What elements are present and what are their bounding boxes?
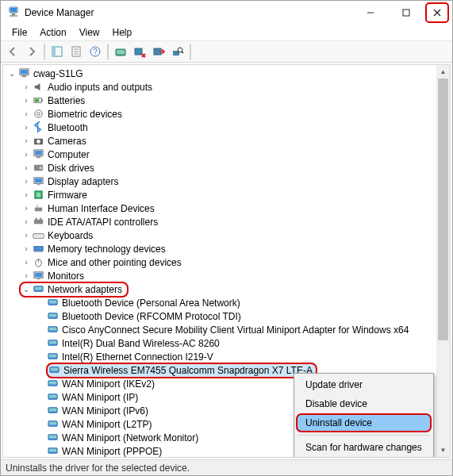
tree-device[interactable]: Bluetooth Device (Personal Area Network)	[6, 296, 450, 309]
tree-category-display[interactable]: ›Display adapters	[6, 175, 450, 188]
chevron-right-icon[interactable]: ›	[21, 271, 32, 280]
uninstall-device-button[interactable]	[150, 43, 167, 60]
update-driver-button[interactable]	[112, 43, 129, 60]
chevron-right-icon[interactable]: ›	[21, 177, 32, 186]
maximize-button[interactable]	[388, 1, 424, 25]
tree-device[interactable]: Bluetooth Device (RFCOMM Protocol TDI)	[6, 309, 450, 323]
svg-rect-42	[36, 193, 40, 198]
svg-rect-34	[34, 151, 41, 155]
svg-rect-61	[34, 273, 41, 278]
forward-button[interactable]	[23, 43, 40, 60]
show-hide-tree-button[interactable]	[48, 43, 66, 60]
tree-category-monitors[interactable]: ›Monitors	[6, 269, 450, 282]
svg-rect-5	[403, 10, 409, 16]
monitors-icon	[32, 270, 44, 282]
properties-button[interactable]	[67, 43, 85, 60]
ctx-disable-device[interactable]: Disable device	[296, 394, 432, 413]
chevron-right-icon[interactable]: ›	[21, 83, 32, 91]
close-button[interactable]	[425, 2, 449, 23]
computer-icon	[32, 148, 44, 161]
back-button[interactable]	[4, 43, 21, 60]
scan-hardware-button[interactable]	[169, 43, 186, 60]
svg-rect-49	[34, 236, 35, 236]
tree-device[interactable]: Intel(R) Ethernet Connection I219-V	[6, 350, 450, 363]
tree-node-label: Monitors	[48, 271, 84, 282]
tree-device[interactable]: Intel(R) Dual Band Wireless-AC 8260	[6, 336, 450, 350]
menu-view[interactable]: View	[73, 25, 106, 40]
menu-file[interactable]: File	[6, 25, 33, 40]
chevron-right-icon[interactable]: ›	[21, 258, 32, 267]
tree-category-cameras[interactable]: ›Cameras	[6, 134, 450, 148]
svg-rect-27	[41, 100, 43, 102]
tree-category-computer[interactable]: ›Computer	[6, 148, 450, 161]
help-button[interactable]: ?	[86, 43, 104, 60]
tree-category-biometric[interactable]: ›Biometric devices	[6, 107, 450, 121]
tree-node-label: WAN Miniport (Network Monitor)	[62, 432, 198, 443]
svg-rect-47	[40, 218, 41, 220]
tree-node-label: Human Interface Devices	[48, 203, 155, 214]
chevron-right-icon[interactable]: ›	[21, 96, 32, 105]
window-controls	[352, 1, 452, 25]
computer-icon	[17, 67, 30, 80]
app-icon	[7, 6, 20, 19]
status-bar: Uninstalls the driver for the selected d…	[1, 459, 452, 475]
chevron-right-icon[interactable]: ›	[21, 204, 32, 213]
tree-category-firmware[interactable]: ›Firmware	[6, 188, 450, 202]
svg-rect-76	[50, 368, 57, 371]
tree-category-network[interactable]: ⌄ Network adapters	[6, 282, 450, 296]
ctx-update-driver[interactable]: Update driver	[296, 375, 432, 394]
ctx-uninstall-device[interactable]: Uninstall device	[296, 413, 432, 432]
menu-action[interactable]: Action	[33, 25, 72, 40]
vertical-scrollbar[interactable]: ▲ ▼	[436, 65, 450, 457]
chevron-right-icon[interactable]: ›	[21, 231, 32, 240]
tree-category-ide[interactable]: ›IDE ATA/ATAPI controllers	[6, 215, 450, 228]
svg-rect-74	[48, 355, 56, 358]
svg-point-30	[36, 113, 40, 116]
svg-rect-1	[10, 8, 17, 12]
chevron-down-icon[interactable]: ⌄	[21, 285, 32, 294]
svg-rect-78	[48, 382, 56, 385]
tree-category-hid[interactable]: ›Human Interface Devices	[6, 202, 450, 215]
chevron-right-icon[interactable]: ›	[21, 123, 32, 132]
window-title: Device Manager	[25, 7, 352, 18]
scroll-down-button[interactable]: ▼	[436, 443, 450, 457]
batteries-icon	[32, 94, 44, 107]
chevron-right-icon[interactable]: ›	[21, 244, 32, 253]
ide-icon	[32, 216, 44, 228]
chevron-down-icon[interactable]: ⌄	[6, 69, 17, 78]
svg-rect-39	[34, 178, 41, 183]
chevron-right-icon[interactable]: ›	[21, 217, 32, 226]
toolbar: ?	[1, 40, 452, 63]
ctx-scan-hardware[interactable]: Scan for hardware changes	[296, 438, 432, 457]
tree-device[interactable]: Cisco AnyConnect Secure Mobility Client …	[6, 323, 450, 336]
tree-category-disk[interactable]: ›Disk drives	[6, 161, 450, 175]
tree-node-label: WAN Miniport (IP)	[62, 392, 138, 403]
network-adapter-icon	[46, 337, 59, 350]
network-adapter-icon	[46, 310, 59, 323]
tree-category-audio[interactable]: ›Audio inputs and outputs	[6, 80, 450, 94]
chevron-right-icon[interactable]: ›	[21, 109, 32, 118]
minimize-button[interactable]	[352, 1, 388, 25]
tree-category-keyboards[interactable]: ›Keyboards	[6, 228, 450, 242]
svg-rect-62	[36, 278, 40, 279]
chevron-right-icon[interactable]: ›	[21, 190, 32, 199]
svg-rect-68	[48, 314, 56, 317]
scrollbar-thumb[interactable]	[438, 79, 448, 340]
svg-rect-66	[48, 301, 56, 304]
scroll-up-button[interactable]: ▲	[436, 65, 450, 79]
tree-node-label: Cameras	[48, 136, 86, 147]
svg-rect-82	[48, 409, 56, 412]
tree-node-label: WAN Miniport (PPPOE)	[62, 446, 162, 457]
tree-category-mice[interactable]: ›Mice and other pointing devices	[6, 255, 450, 269]
chevron-right-icon[interactable]: ›	[21, 163, 32, 172]
menu-help[interactable]: Help	[106, 25, 139, 40]
chevron-right-icon[interactable]: ›	[21, 150, 32, 159]
svg-rect-9	[52, 47, 56, 56]
tree-category-batteries[interactable]: ›Batteries	[6, 94, 450, 107]
tree-root[interactable]: ⌄ cwag-S1LG	[6, 67, 450, 80]
chevron-right-icon[interactable]: ›	[21, 136, 32, 145]
tree-node-label: Sierra Wireless EM7455 Qualcomm Snapdrag…	[63, 365, 313, 376]
disable-device-button[interactable]	[131, 43, 148, 60]
tree-category-memtech[interactable]: ›Memory technology devices	[6, 242, 450, 255]
tree-category-bluetooth[interactable]: ›Bluetooth	[6, 121, 450, 134]
